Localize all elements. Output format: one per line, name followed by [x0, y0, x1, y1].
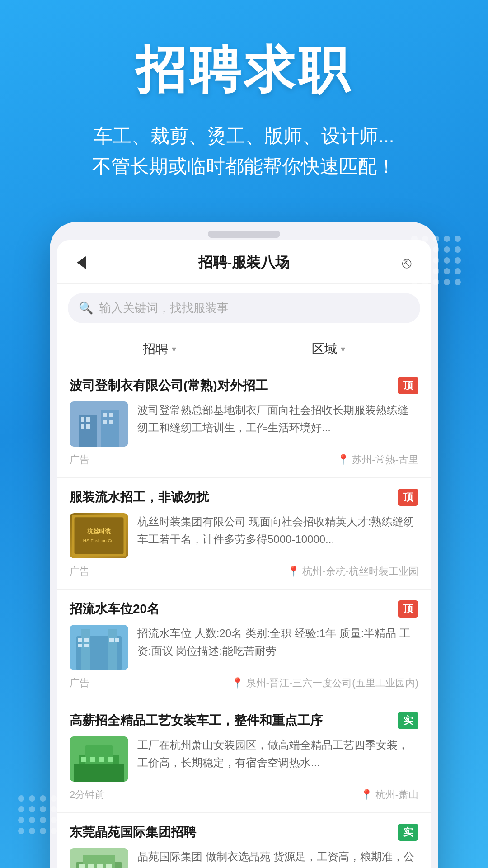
- svg-rect-21: [78, 644, 82, 647]
- job-location-4: 📍 杭州-萧山: [361, 788, 418, 802]
- filter-tab-region-label: 区域: [312, 340, 337, 358]
- job-card-1[interactable]: 波司登制衣有限公司(常熟)对外招工 顶: [57, 366, 431, 478]
- job-card-4-header: 高薪招全精品工艺女装车工，整件和重点工序 实: [70, 712, 418, 729]
- job-card-2[interactable]: 服装流水招工，非诚勿扰 顶 杭丝时装 HS Fashion Co.: [57, 478, 431, 590]
- filter-tab-recruit[interactable]: 招聘 ▾: [143, 340, 176, 358]
- job-desc-3: 招流水车位 人数:20名 类别:全职 经验:1年 质量:半精品 工资:面议 岗位…: [137, 625, 418, 670]
- hero-subtitle-line1: 车工、裁剪、烫工、版师、设计师...: [27, 121, 461, 151]
- svg-rect-24: [115, 638, 119, 642]
- job-card-5-body: 晶苑国际集团 做制衣选晶苑 货源足，工资高，粮期准，公司东业生意针织仿闭服装，国…: [70, 848, 418, 868]
- nav-title: 招聘-服装八场: [198, 253, 290, 273]
- svg-rect-17: [81, 629, 90, 670]
- thumb-hotel-img-5: [70, 848, 128, 868]
- hero-section: 招聘求职 车工、裁剪、烫工、版师、设计师... 不管长期或临时都能帮你快速匹配！: [0, 0, 488, 199]
- search-bar[interactable]: 🔍 输入关键词，找找服装事: [68, 293, 420, 323]
- job-list: 波司登制衣有限公司(常熟)对外招工 顶: [57, 366, 431, 868]
- svg-rect-5: [81, 424, 84, 429]
- filter-tab-recruit-label: 招聘: [143, 340, 168, 358]
- job-card-5[interactable]: 东莞晶苑国际集团招聘 实: [57, 813, 431, 868]
- share-icon: ⎋: [402, 254, 411, 272]
- top-badge-1: 顶: [398, 377, 418, 394]
- nav-bar: 招聘-服装八场 ⎋: [57, 240, 431, 284]
- job-card-1-body: 波司登常熟总部基地制衣厂面向社会招收长期服装熟练缝纫工和缝纫工培训生，工作生活环…: [70, 401, 418, 447]
- job-thumbnail-1: [70, 401, 128, 447]
- svg-rect-31: [99, 757, 104, 762]
- job-card-5-header: 东莞晶苑国际集团招聘 实: [70, 824, 418, 841]
- svg-rect-36: [79, 864, 85, 868]
- svg-rect-38: [97, 864, 103, 868]
- job-title-2: 服装流水招工，非诚勿扰: [70, 489, 392, 506]
- job-title-1: 波司登制衣有限公司(常熟)对外招工: [70, 377, 392, 394]
- svg-rect-37: [88, 864, 94, 868]
- svg-rect-28: [74, 764, 124, 782]
- svg-rect-10: [109, 420, 113, 424]
- job-thumbnail-3: [70, 625, 128, 670]
- location-icon-1: 📍: [337, 454, 349, 466]
- hero-title: 招聘求职: [27, 36, 461, 104]
- job-desc-2: 杭丝时装集团有限公司 现面向社会招收精英人才:熟练缝纫车工若干名，计件多劳多得5…: [137, 513, 418, 558]
- phone-wrapper: 招聘-服装八场 ⎋ 🔍 输入关键词，找找服装事 招聘 ▾ 区域 ▾: [0, 199, 488, 868]
- top-badge-3: 顶: [398, 600, 418, 618]
- svg-rect-19: [78, 638, 82, 642]
- svg-rect-12: [75, 518, 124, 555]
- job-meta-ad-3: 广告: [70, 676, 89, 690]
- job-desc-4: 工厂在杭州萧山女装园区，做高端全精品工艺四季女装，工价高，长期稳定，有宿舍空调热…: [137, 736, 418, 782]
- back-button[interactable]: [71, 253, 91, 273]
- real-badge-5: 实: [398, 824, 418, 841]
- svg-rect-6: [86, 424, 90, 429]
- svg-rect-20: [84, 638, 89, 642]
- job-meta-ad-1: 广告: [70, 453, 89, 467]
- thumb-building-img-3: [70, 625, 128, 670]
- job-thumbnail-2: 杭丝时装 HS Fashion Co.: [70, 513, 128, 558]
- job-desc-1: 波司登常熟总部基地制衣厂面向社会招收长期服装熟练缝纫工和缝纫工培训生，工作生活环…: [137, 401, 418, 447]
- svg-rect-32: [108, 757, 113, 762]
- svg-rect-0: [70, 401, 128, 447]
- decorative-dots-left: [18, 795, 57, 834]
- filter-tab-region[interactable]: 区域 ▾: [312, 340, 345, 358]
- top-badge-2: 顶: [398, 489, 418, 506]
- phone-notch: [208, 231, 280, 238]
- chevron-down-icon-2: ▾: [341, 344, 345, 354]
- svg-text:杭丝时装: 杭丝时装: [87, 528, 111, 535]
- job-card-3-body: 招流水车位 人数:20名 类别:全职 经验:1年 质量:半精品 工资:面议 岗位…: [70, 625, 418, 670]
- job-card-4-footer: 2分钟前 📍 杭州-萧山: [70, 788, 418, 802]
- search-placeholder: 输入关键词，找找服装事: [99, 300, 229, 316]
- job-meta-time-4: 2分钟前: [70, 788, 105, 802]
- svg-text:HS Fashion Co.: HS Fashion Co.: [83, 538, 115, 543]
- job-location-3: 📍 泉州-晋江-三六一度公司(五里工业园内): [231, 676, 418, 690]
- job-location-1: 📍 苏州-常熟-古里: [337, 453, 418, 467]
- job-card-2-footer: 广告 📍 杭州-余杭-杭丝时装工业园: [70, 565, 418, 578]
- job-card-1-header: 波司登制衣有限公司(常熟)对外招工 顶: [70, 377, 418, 394]
- decorative-dots-right: [411, 236, 461, 285]
- job-meta-ad-2: 广告: [70, 565, 89, 578]
- location-icon-3: 📍: [231, 677, 244, 689]
- back-icon: [77, 256, 86, 269]
- job-card-2-body: 杭丝时装 HS Fashion Co. 杭丝时装集团有限公司 现面向社会招收精英…: [70, 513, 418, 558]
- svg-rect-9: [103, 420, 107, 424]
- svg-rect-30: [90, 757, 95, 762]
- svg-rect-8: [109, 413, 113, 417]
- svg-rect-3: [81, 417, 84, 422]
- job-card-1-footer: 广告 📍 苏州-常熟-古里: [70, 453, 418, 467]
- job-title-3: 招流水车位20名: [70, 600, 392, 618]
- job-card-3-footer: 广告 📍 泉州-晋江-三六一度公司(五里工业园内): [70, 676, 418, 690]
- job-location-2: 📍 杭州-余杭-杭丝时装工业园: [287, 565, 418, 578]
- job-thumbnail-4: [70, 736, 128, 782]
- thumb-building-img-1: [70, 401, 128, 447]
- real-badge-4: 实: [398, 712, 418, 729]
- svg-rect-23: [109, 638, 114, 642]
- job-thumbnail-5: [70, 848, 128, 868]
- location-icon-2: 📍: [287, 566, 300, 577]
- phone-mockup: 招聘-服装八场 ⎋ 🔍 输入关键词，找找服装事 招聘 ▾ 区域 ▾: [50, 222, 438, 868]
- job-title-4: 高薪招全精品工艺女装车工，整件和重点工序: [70, 712, 392, 729]
- chevron-down-icon: ▾: [172, 344, 176, 354]
- job-card-4-body: 工厂在杭州萧山女装园区，做高端全精品工艺四季女装，工价高，长期稳定，有宿舍空调热…: [70, 736, 418, 782]
- thumb-fashion-img-2: 杭丝时装 HS Fashion Co.: [70, 513, 128, 558]
- job-card-3[interactable]: 招流水车位20名 顶: [57, 590, 431, 701]
- filter-tabs: 招聘 ▾ 区域 ▾: [57, 332, 431, 366]
- thumb-green-img-4: [70, 736, 128, 782]
- job-desc-5: 晶苑国际集团 做制衣选晶苑 货源足，工资高，粮期准，公司东业生意针织仿闭服装，国…: [137, 848, 418, 868]
- job-card-2-header: 服装流水招工，非诚勿扰 顶: [70, 489, 418, 506]
- job-card-4[interactable]: 高薪招全精品工艺女装车工，整件和重点工序 实: [57, 701, 431, 813]
- svg-rect-22: [84, 644, 89, 647]
